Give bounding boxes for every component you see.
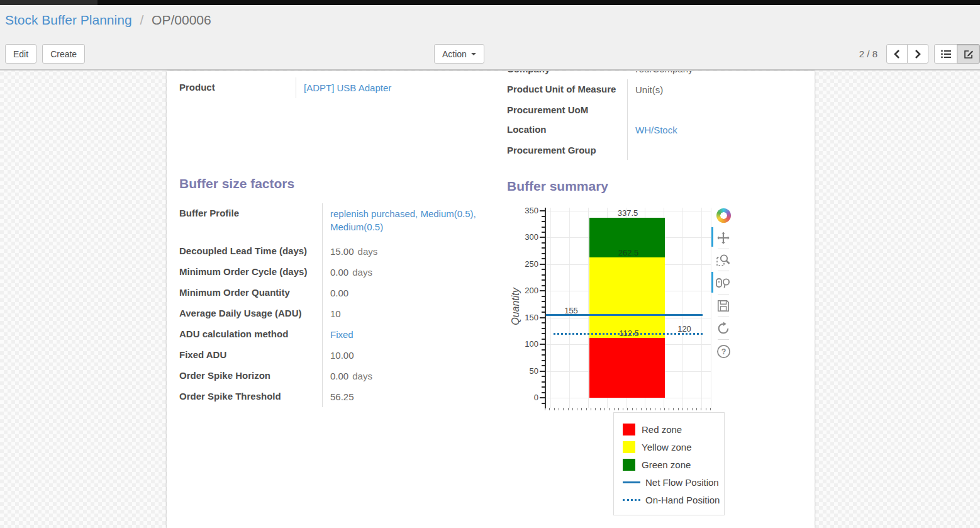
min-order-qty-label: Minimum Order Quantity xyxy=(179,283,322,303)
procurement-field-group: Product Unit of Measure Unit(s) Procurem… xyxy=(507,79,793,160)
y-minor-tick xyxy=(542,312,545,313)
control-panel: Stock Buffer Planning / OP/00006 Edit Cr… xyxy=(0,5,980,70)
action-dropdown-button[interactable]: Action xyxy=(434,44,484,64)
x-minor-tick xyxy=(637,408,637,410)
y-minor-tick xyxy=(542,360,545,361)
spike-horizon-label: Order Spike Horizon xyxy=(179,366,322,386)
modebar-separator xyxy=(718,295,729,295)
plotly-logo-icon[interactable] xyxy=(715,207,732,223)
adu-method-label: ADU calculation method xyxy=(179,324,322,345)
y-minor-tick xyxy=(542,354,545,356)
x-minor-tick xyxy=(627,408,628,410)
y-major-tick xyxy=(540,264,545,265)
y-minor-tick xyxy=(542,247,545,249)
x-minor-tick xyxy=(701,408,701,410)
legend-item-net-flow[interactable]: Net Flow Position xyxy=(623,473,724,491)
y-tick-label: 50 xyxy=(509,366,538,376)
y-minor-tick xyxy=(542,253,545,254)
chevron-left-icon xyxy=(893,50,901,59)
chart-gridline-h xyxy=(545,398,711,398)
x-minor-tick xyxy=(559,408,559,410)
adu-label: Average Daily Usage (ADU) xyxy=(179,303,322,324)
breadcrumb-parent-link[interactable]: Stock Buffer Planning xyxy=(5,13,132,27)
clipped-company-value: YourCompany xyxy=(633,71,693,74)
select-lasso-icon[interactable] xyxy=(715,275,732,291)
pager-counter: 2 / 8 xyxy=(859,48,877,59)
breadcrumb-current: OP/00006 xyxy=(152,13,211,27)
buffer-profile-value-link[interactable]: replenish purchased, Medium(0.5), Medium… xyxy=(330,207,489,233)
buffer-summary-title: Buffer summary xyxy=(507,179,608,194)
y-minor-tick xyxy=(542,365,545,366)
legend-item-green-zone[interactable]: Green zone xyxy=(623,456,724,473)
yellow-zone-bar[interactable] xyxy=(589,257,665,337)
form-view-edit-icon xyxy=(964,49,974,59)
legend-label: Green zone xyxy=(642,459,691,470)
legend-label: Red zone xyxy=(642,424,682,435)
x-minor-tick xyxy=(581,408,582,410)
x-minor-tick xyxy=(696,408,697,410)
y-major-tick xyxy=(540,317,545,318)
save-icon[interactable] xyxy=(715,298,732,314)
y-minor-tick xyxy=(542,232,545,233)
y-minor-tick xyxy=(542,274,545,276)
y-minor-tick xyxy=(542,301,545,302)
adu-method-value-link[interactable]: Fixed xyxy=(330,329,354,340)
min-order-qty-value: 0.00 xyxy=(322,283,497,303)
procurement-uom-label: Procurement UoM xyxy=(507,100,627,120)
location-label: Location xyxy=(507,120,627,140)
y-minor-tick xyxy=(542,386,545,388)
y-tick-label: 350 xyxy=(509,206,538,215)
y-minor-tick xyxy=(542,306,545,308)
product-value-link[interactable]: [ADPT] USB Adapter xyxy=(304,82,391,93)
location-value-link[interactable]: WH/Stock xyxy=(635,125,677,135)
spike-horizon-value: 0.00 xyxy=(330,371,348,381)
procurement-group-label: Procurement Group xyxy=(507,140,627,160)
dlt-value: 15.00 xyxy=(330,246,354,257)
legend-item-on-hand[interactable]: On-Hand Position xyxy=(623,491,724,508)
x-minor-tick xyxy=(706,408,706,410)
dlt-label: Decoupled Lead Time (days) xyxy=(179,241,322,262)
x-minor-tick xyxy=(678,408,679,410)
list-view-icon xyxy=(941,50,951,59)
chart-annotation: 120 xyxy=(677,324,691,334)
x-minor-tick xyxy=(604,408,605,410)
help-icon[interactable]: ? xyxy=(715,343,732,359)
x-minor-tick xyxy=(669,408,669,410)
pager-next-button[interactable] xyxy=(907,44,928,64)
svg-text:?: ? xyxy=(721,347,726,356)
y-tick-label: 250 xyxy=(509,259,538,269)
buffer-summary-chart[interactable]: Quantity xyxy=(509,205,815,528)
list-view-button[interactable] xyxy=(934,44,957,64)
y-major-tick xyxy=(540,210,545,211)
x-minor-tick xyxy=(623,408,623,410)
y-minor-tick xyxy=(542,376,545,377)
x-minor-tick xyxy=(595,408,596,410)
breadcrumb: Stock Buffer Planning / OP/00006 xyxy=(5,13,211,28)
chart-annotation: 112.5 xyxy=(619,329,639,338)
zoom-box-icon[interactable] xyxy=(715,252,732,268)
reset-icon[interactable] xyxy=(715,320,732,337)
stock-buffer-planning-page: Stock Buffer Planning / OP/00006 Edit Cr… xyxy=(0,0,980,528)
pan-icon[interactable] xyxy=(715,230,732,246)
x-minor-tick xyxy=(545,408,545,410)
edit-button[interactable]: Edit xyxy=(5,44,36,64)
red-zone-bar[interactable] xyxy=(589,338,665,398)
y-minor-tick xyxy=(542,349,545,351)
y-minor-tick xyxy=(542,216,545,217)
y-minor-tick xyxy=(542,328,545,329)
legend-item-yellow-zone[interactable]: Yellow zone xyxy=(623,438,724,456)
x-minor-tick xyxy=(563,408,564,410)
pager-previous-button[interactable] xyxy=(886,44,908,64)
create-button[interactable]: Create xyxy=(42,44,85,64)
y-major-tick xyxy=(540,371,545,372)
x-minor-tick xyxy=(687,408,688,410)
legend-item-red-zone[interactable]: Red zone xyxy=(623,420,724,438)
spike-threshold-label: Order Spike Threshold xyxy=(179,386,322,407)
form-view-button[interactable] xyxy=(957,44,980,64)
x-minor-tick xyxy=(692,408,693,410)
x-minor-tick xyxy=(646,408,647,410)
fixed-adu-label: Fixed ADU xyxy=(179,345,322,366)
procurement-uom-value xyxy=(627,100,793,120)
x-minor-tick xyxy=(568,408,569,410)
action-dropdown-label: Action xyxy=(442,49,467,59)
